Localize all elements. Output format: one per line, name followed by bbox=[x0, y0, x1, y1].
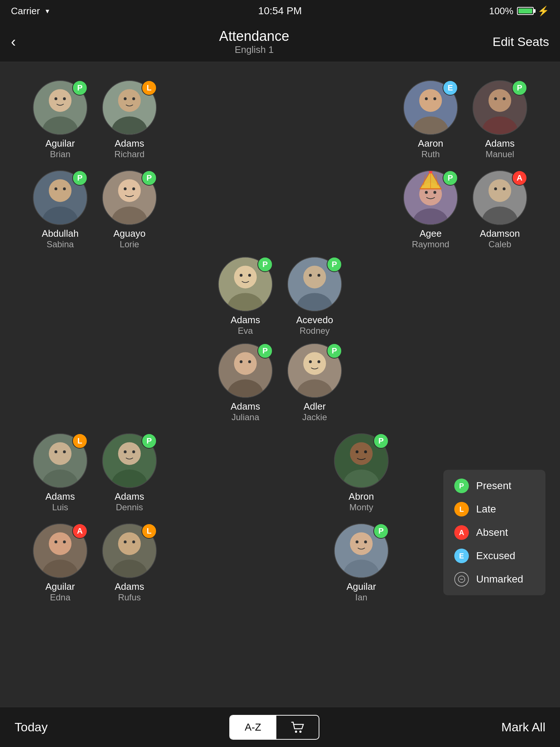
charge-icon: ⚡ bbox=[537, 5, 549, 17]
student-last-name: Acevedo bbox=[296, 314, 333, 326]
section-left-6: A Aguilar Edna bbox=[29, 523, 160, 603]
student-adams-luis[interactable]: L Adams Luis bbox=[33, 433, 88, 512]
status-badge-late: L bbox=[72, 433, 88, 449]
student-last-name: Aguilar bbox=[46, 581, 75, 592]
student-first-name: Brian bbox=[50, 149, 70, 159]
cart-icon bbox=[291, 721, 304, 734]
svg-point-8 bbox=[124, 97, 127, 100]
student-last-name: Adamson bbox=[480, 228, 520, 239]
svg-point-61 bbox=[248, 360, 251, 363]
seat-row-3: P Adams Eva bbox=[15, 257, 545, 336]
student-last-name: Adams bbox=[115, 581, 144, 592]
student-abron-monty[interactable]: P Abron Monty bbox=[334, 433, 389, 512]
svg-point-1 bbox=[49, 89, 71, 112]
edit-seats-button[interactable]: Edit Seats bbox=[493, 35, 549, 49]
student-adams-manuel[interactable]: P Adams Manuel bbox=[472, 80, 527, 159]
svg-point-75 bbox=[124, 450, 127, 453]
student-abdullah-sabina[interactable]: P Abdullah Sabina bbox=[33, 170, 88, 249]
legend-unmarked-label: Unmarked bbox=[476, 573, 523, 585]
avatar-container: L bbox=[102, 523, 157, 578]
student-aguilar-edna[interactable]: A Aguilar Edna bbox=[33, 523, 88, 603]
legend-absent: A Absent bbox=[454, 525, 534, 540]
svg-point-83 bbox=[49, 532, 71, 555]
student-last-name: Adams bbox=[485, 138, 515, 149]
today-button[interactable]: Today bbox=[15, 720, 48, 734]
section-left-2: P Abdullah Sabina bbox=[29, 170, 160, 249]
svg-point-86 bbox=[63, 541, 66, 543]
bottom-bar: Today A-Z Mark All bbox=[0, 707, 560, 747]
legend-unmarked: Unmarked bbox=[454, 572, 534, 587]
sort-cart-tab[interactable] bbox=[276, 716, 319, 739]
svg-point-3 bbox=[54, 97, 57, 100]
svg-point-90 bbox=[124, 541, 127, 543]
status-badge-present: P bbox=[257, 343, 273, 359]
student-last-name: Adams bbox=[115, 491, 144, 502]
avatar-container: P bbox=[33, 80, 88, 135]
avatar-container: P bbox=[287, 343, 342, 398]
student-acevedo-rodney[interactable]: P Acevedo Rodney bbox=[287, 257, 342, 336]
student-aguilar-brian[interactable]: P Aguilar Brian bbox=[33, 80, 88, 159]
student-adams-dennis[interactable]: P Adams Dennis bbox=[102, 433, 157, 512]
seat-row-2: P Abdullah Sabina bbox=[15, 167, 545, 253]
svg-point-11 bbox=[419, 89, 442, 112]
section-left-1: P Aguilar Brian bbox=[29, 80, 160, 159]
seat-row-4: P Adams Juliana bbox=[15, 343, 545, 422]
svg-point-70 bbox=[54, 450, 57, 453]
legend-late: L Late bbox=[454, 502, 534, 516]
student-first-name: Raymond bbox=[412, 239, 450, 249]
avatar-container: P bbox=[33, 170, 88, 225]
student-last-name: Adams bbox=[231, 401, 260, 412]
back-button[interactable]: ‹ bbox=[11, 34, 16, 50]
main-content: P Aguilar Brian bbox=[0, 62, 560, 707]
status-right: 100% ⚡ bbox=[489, 5, 549, 17]
svg-point-100 bbox=[299, 731, 302, 733]
avatar-container: L bbox=[102, 80, 157, 135]
svg-point-4 bbox=[63, 97, 66, 100]
svg-point-56 bbox=[318, 274, 320, 277]
status-badge-present: P bbox=[327, 257, 342, 272]
svg-point-78 bbox=[350, 442, 373, 465]
svg-point-40 bbox=[425, 191, 428, 194]
svg-point-50 bbox=[240, 274, 242, 277]
svg-point-29 bbox=[132, 187, 135, 190]
student-adams-eva[interactable]: P Adams Eva bbox=[218, 257, 273, 336]
battery-percent: 100% bbox=[489, 5, 514, 17]
student-aaron-ruth[interactable]: E Aaron Ruth bbox=[403, 80, 458, 159]
sort-az-tab[interactable]: A-Z bbox=[230, 716, 276, 739]
svg-point-99 bbox=[295, 731, 297, 733]
svg-point-55 bbox=[309, 274, 312, 277]
student-adamson-caleb[interactable]: A Adamson Caleb bbox=[472, 170, 527, 249]
svg-point-14 bbox=[433, 97, 436, 100]
avatar-container: P bbox=[334, 523, 389, 578]
avatar-container: P bbox=[102, 170, 157, 225]
student-adams-rufus[interactable]: L Adams Rufus bbox=[102, 523, 157, 603]
svg-point-13 bbox=[425, 97, 428, 100]
student-aguayo-lorie[interactable]: P Aguayo Lorie bbox=[102, 170, 157, 249]
student-last-name: Aguilar bbox=[347, 581, 376, 592]
status-badge-present: P bbox=[72, 80, 88, 96]
student-last-name: Agee bbox=[420, 228, 442, 239]
svg-point-24 bbox=[63, 187, 66, 190]
student-last-name: Aguilar bbox=[46, 138, 75, 149]
student-adler-jackie[interactable]: P Adler Jackie bbox=[287, 343, 342, 422]
legend-badge-unmarked bbox=[454, 572, 469, 587]
wifi-icon: ▾ bbox=[46, 7, 49, 15]
legend-excused: E Excused bbox=[454, 549, 534, 563]
student-adams-juliana[interactable]: P Adams Juliana bbox=[218, 343, 273, 422]
svg-point-48 bbox=[234, 266, 257, 288]
student-first-name: Richard bbox=[114, 149, 145, 159]
student-aguilar-ian[interactable]: P Aguilar Ian bbox=[334, 523, 389, 603]
student-agee-raymond[interactable]: P Agee Raymond bbox=[403, 170, 458, 249]
student-last-name: Adams bbox=[46, 491, 75, 502]
legend-absent-label: Absent bbox=[476, 527, 508, 538]
svg-point-63 bbox=[303, 352, 326, 375]
mark-all-button[interactable]: Mark All bbox=[501, 720, 545, 734]
legend-badge-excused: E bbox=[454, 549, 469, 563]
legend-badge-late: L bbox=[454, 502, 469, 516]
student-first-name: Dennis bbox=[116, 502, 143, 512]
svg-point-71 bbox=[63, 450, 66, 453]
legend-box: P Present L Late A Absent E Excused bbox=[443, 470, 545, 595]
student-first-name: Juliana bbox=[232, 412, 259, 422]
svg-point-58 bbox=[234, 352, 257, 375]
student-adams-richard[interactable]: L Adams Richard bbox=[102, 80, 157, 159]
